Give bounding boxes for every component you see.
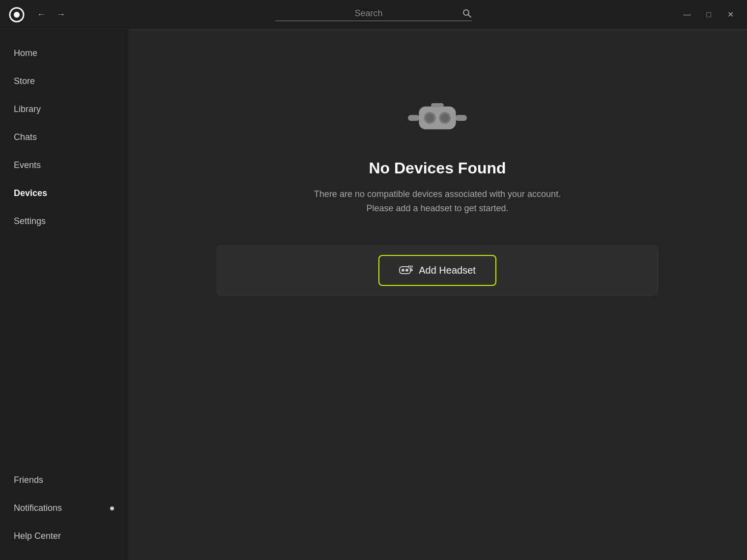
search-input[interactable] xyxy=(275,8,462,19)
maximize-button[interactable]: □ xyxy=(700,6,718,24)
sidebar-item-help-center[interactable]: Help Center xyxy=(0,522,128,550)
notification-dot xyxy=(110,506,114,510)
minimize-button[interactable]: — xyxy=(678,6,696,24)
svg-rect-5 xyxy=(455,115,467,121)
sidebar-nav: Home Store Library Chats Events Devices … xyxy=(0,39,128,466)
sidebar-item-notifications-label: Notifications xyxy=(14,503,62,513)
svg-point-1 xyxy=(14,12,20,18)
svg-rect-4 xyxy=(408,115,420,121)
sidebar-bottom: Friends Notifications Help Center xyxy=(0,466,128,560)
nav-buttons: ← → xyxy=(33,7,69,23)
sidebar-item-chats[interactable]: Chats xyxy=(0,123,128,151)
sidebar-item-store[interactable]: Store xyxy=(0,67,128,95)
svg-line-3 xyxy=(468,15,471,18)
svg-point-8 xyxy=(426,113,434,122)
sidebar-item-home-label: Home xyxy=(14,48,37,58)
add-headset-button[interactable]: Add Headset xyxy=(378,255,496,286)
add-headset-icon xyxy=(399,265,413,275)
search-container xyxy=(69,8,678,21)
svg-rect-11 xyxy=(431,103,444,108)
content-divider xyxy=(128,29,747,30)
sidebar-item-settings[interactable]: Settings xyxy=(0,207,128,235)
content-area: No Devices Found There are no compatible… xyxy=(128,98,747,296)
add-headset-container: Add Headset xyxy=(216,245,659,296)
sidebar-item-events-label: Events xyxy=(14,160,41,170)
sidebar-item-events[interactable]: Events xyxy=(0,151,128,179)
subtitle-line1: There are no compatible devices associat… xyxy=(314,189,561,199)
no-devices-title: No Devices Found xyxy=(369,159,506,177)
sidebar-item-help-center-label: Help Center xyxy=(14,531,61,541)
sidebar-item-store-label: Store xyxy=(14,76,35,86)
search-bar xyxy=(275,8,472,21)
search-icon xyxy=(462,8,472,18)
sidebar-item-friends-label: Friends xyxy=(14,475,43,485)
svg-point-13 xyxy=(402,269,404,272)
sidebar: Home Store Library Chats Events Devices … xyxy=(0,29,128,560)
sidebar-item-devices[interactable]: Devices xyxy=(0,179,128,207)
app-body: Home Store Library Chats Events Devices … xyxy=(0,29,747,560)
vr-headset-icon xyxy=(408,98,467,140)
sidebar-item-friends[interactable]: Friends xyxy=(0,466,128,494)
oculus-logo xyxy=(8,6,26,24)
svg-point-10 xyxy=(441,113,449,122)
sidebar-item-library-label: Library xyxy=(14,104,41,114)
title-bar-right: — □ ✕ xyxy=(678,6,739,24)
svg-rect-15 xyxy=(410,269,413,271)
search-icon-button[interactable] xyxy=(462,8,472,18)
sidebar-item-library[interactable]: Library xyxy=(0,95,128,123)
back-button[interactable]: ← xyxy=(33,7,49,23)
add-headset-label: Add Headset xyxy=(419,265,476,276)
subtitle-line2: Please add a headset to get started. xyxy=(366,203,508,213)
title-bar-left: ← → xyxy=(8,6,69,24)
svg-point-14 xyxy=(405,269,408,272)
forward-button[interactable]: → xyxy=(53,7,69,23)
sidebar-item-home[interactable]: Home xyxy=(0,39,128,67)
sidebar-item-chats-label: Chats xyxy=(14,132,37,142)
sidebar-item-devices-label: Devices xyxy=(14,188,47,198)
sidebar-item-notifications[interactable]: Notifications xyxy=(0,494,128,522)
close-button[interactable]: ✕ xyxy=(721,6,739,24)
sidebar-item-settings-label: Settings xyxy=(14,216,46,226)
main-content: No Devices Found There are no compatible… xyxy=(128,29,747,560)
no-devices-subtitle: There are no compatible devices associat… xyxy=(314,187,561,216)
title-bar: ← → — □ ✕ xyxy=(0,0,747,29)
